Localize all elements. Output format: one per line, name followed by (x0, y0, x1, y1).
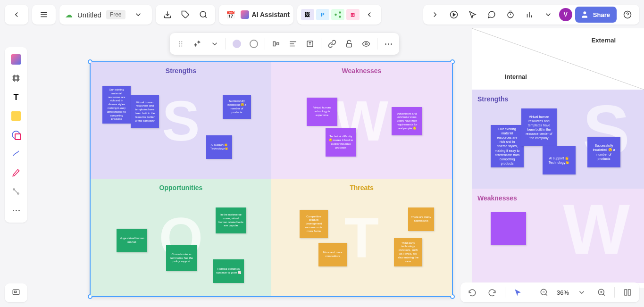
minimap-button[interactable] (5, 283, 27, 302)
more-tools[interactable] (8, 202, 25, 219)
cloud-icon: ☁ (65, 10, 73, 19)
svg-point-4 (200, 11, 206, 17)
sticky-note[interactable]: Advertisers and overseas video users hav… (392, 107, 422, 135)
help-button[interactable] (619, 7, 636, 23)
back-button[interactable] (8, 7, 25, 23)
zoom-in-button[interactable] (594, 285, 609, 299)
sticky-note[interactable]: Virtual human resources and templates ha… (521, 108, 557, 146)
threats-quadrant[interactable]: Threats T Competitive product developmen… (271, 179, 452, 296)
sticky-note[interactable]: Successfully incubated 😊 a number of pro… (587, 137, 620, 167)
ai-icon (241, 10, 249, 19)
svg-line-5 (205, 16, 206, 17)
ai-label: AI Assistant (252, 11, 290, 18)
preview-header[interactable]: External Internal (472, 28, 644, 90)
threats-title: Threats (271, 179, 452, 196)
cursor-button[interactable] (465, 7, 481, 23)
svg-line-44 (472, 28, 644, 90)
sticky-note[interactable]: Ai support 👏Technology👏 (206, 135, 232, 159)
sticky-note[interactable]: Third-party technology providers, such a… (394, 238, 422, 266)
strengths-letter: S (162, 88, 200, 153)
user-avatar[interactable]: V (559, 8, 572, 21)
chart-button[interactable] (521, 7, 537, 23)
download-button[interactable] (159, 7, 176, 23)
sticky-note[interactable]: Virtual human resources and templates ha… (131, 95, 159, 128)
comment-button[interactable] (484, 7, 500, 23)
sticky-note[interactable]: In the metaverse craze, virtual human re… (216, 207, 246, 233)
sticky-note[interactable]: Related demands continue to grow 📈 (213, 259, 244, 283)
sticky-tool[interactable] (8, 108, 25, 124)
frame-tool[interactable] (8, 70, 25, 87)
canvas[interactable]: Strengths S Our existing material resour… (38, 28, 472, 302)
ai-assistant-button[interactable]: AI Assistant (241, 10, 290, 19)
svg-rect-27 (14, 291, 17, 292)
svg-point-8 (339, 16, 341, 18)
preview-strengths[interactable]: Strengths S Our existing material resour… (472, 90, 644, 189)
pen-tool[interactable] (8, 164, 25, 181)
map-button[interactable] (620, 285, 635, 299)
pointer-tool[interactable] (511, 285, 525, 299)
preview-weaknesses[interactable]: Weaknesses W (472, 189, 644, 283)
zoom-level[interactable]: 36% (557, 289, 569, 296)
zoom-dropdown[interactable] (575, 285, 589, 299)
sticky-note[interactable]: Ai support 👏Technology👏 (543, 146, 576, 174)
calendar-button[interactable]: 📅 (223, 7, 239, 23)
external-label: External (592, 37, 616, 44)
text-tool[interactable]: T (8, 89, 25, 106)
tool-sidebar: T (5, 47, 27, 223)
opportunities-title: Opportunities (91, 179, 271, 196)
mode-grid[interactable]: ⊞ (346, 9, 360, 20)
sticky-note[interactable]: Cross-border e-commerce has the policy s… (166, 245, 197, 271)
sticky-note[interactable]: There are many alternatives (408, 207, 434, 231)
sticky-note[interactable] (491, 212, 526, 245)
mode-p[interactable]: P (316, 9, 329, 20)
svg-line-46 (545, 294, 547, 295)
svg-point-7 (339, 11, 341, 14)
strengths-title: Strengths (91, 62, 271, 79)
search-button[interactable] (195, 7, 211, 23)
mode-image[interactable]: 🖼 (301, 9, 314, 20)
tag-button[interactable] (177, 7, 193, 23)
preview-w-letter: W (563, 189, 630, 270)
svg-marker-10 (453, 13, 455, 16)
redo-button[interactable] (485, 285, 499, 299)
mode-share[interactable] (331, 9, 344, 20)
strengths-quadrant[interactable]: Strengths S Our existing material resour… (91, 62, 271, 179)
shape-tool[interactable] (8, 126, 25, 143)
document-title[interactable]: Untitled (77, 11, 101, 19)
internal-label: Internal (505, 73, 527, 80)
more-dropdown[interactable] (540, 7, 556, 23)
line-tool[interactable] (8, 145, 25, 162)
side-preview-panel: External Internal Strengths S Our existi… (472, 28, 644, 288)
sticky-note[interactable]: Huge virtual human market (117, 229, 147, 252)
bottom-toolbar: 36% (460, 282, 639, 302)
next-button[interactable] (427, 7, 443, 23)
svg-point-25 (17, 193, 19, 194)
connector-tool[interactable] (8, 183, 25, 200)
mode-prev[interactable] (361, 7, 377, 23)
plan-badge[interactable]: Free (106, 10, 125, 19)
weaknesses-title: Weaknesses (271, 62, 452, 79)
svg-point-24 (13, 189, 15, 190)
menu-button[interactable] (36, 7, 52, 23)
sticky-note[interactable]: Successfully incubated 😊 a number of pro… (223, 95, 251, 119)
sticky-note[interactable]: Technical difficulty 😔 makes it hard to … (326, 128, 356, 157)
play-button[interactable] (446, 7, 462, 23)
share-button[interactable]: Share (575, 7, 617, 23)
sticky-note[interactable]: More and more competitors (318, 243, 347, 266)
weaknesses-quadrant[interactable]: Weaknesses W Virtual human technology is… (271, 62, 452, 179)
undo-button[interactable] (465, 285, 479, 299)
sticky-note[interactable]: Competitive product development momentum… (300, 210, 328, 238)
plan-dropdown[interactable] (130, 7, 146, 23)
threats-letter: T (344, 205, 379, 270)
svg-line-49 (603, 294, 604, 295)
swot-frame[interactable]: Strengths S Our existing material resour… (90, 61, 453, 297)
sticky-note[interactable]: Our existing material resources are rich… (491, 125, 524, 167)
sticky-note[interactable]: Virtual human technology is expensive (307, 98, 337, 126)
timer-button[interactable] (502, 7, 519, 23)
zoom-out-button[interactable] (537, 285, 551, 299)
sticky-note[interactable]: Our existing material resources are rich… (102, 86, 131, 124)
templates-tool[interactable] (8, 51, 25, 68)
opportunities-quadrant[interactable]: Opportunities O Huge virtual human marke… (91, 179, 271, 296)
svg-point-6 (335, 14, 337, 16)
share-label: Share (593, 11, 610, 18)
